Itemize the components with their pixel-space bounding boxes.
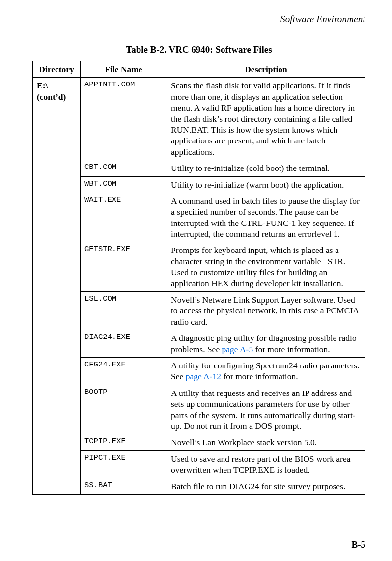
- cell-file-name: TCPIP.EXE: [81, 434, 167, 450]
- table-row: CBT.COM Utility to re-initialize (cold b…: [33, 160, 365, 176]
- cell-description: Prompts for keyboard input, which is pla…: [167, 242, 365, 292]
- cell-file-name: CFG24.EXE: [81, 357, 167, 385]
- link-page-a5[interactable]: page A-5: [222, 344, 253, 354]
- table-row: CFG24.EXE A utility for configuring Spec…: [33, 357, 365, 385]
- cell-file-name: SS.BAT: [81, 478, 167, 494]
- page-number: B-5: [352, 539, 366, 550]
- cell-description: Batch file to run DIAG24 for site survey…: [167, 478, 365, 494]
- desc-post: for more information.: [253, 344, 330, 354]
- cell-directory: E:\ (cont’d): [33, 78, 81, 495]
- cell-description: Utility to re-initialize (warm boot) the…: [167, 176, 365, 193]
- table-caption: Table B-2. VRC 6940: Software Files: [32, 44, 365, 55]
- cell-file-name: BOOTP: [81, 385, 167, 434]
- col-description: Description: [167, 61, 365, 78]
- cell-file-name: WAIT.EXE: [81, 193, 167, 242]
- table-row: E:\ (cont’d) APPINIT.COM Scans the flash…: [33, 78, 365, 160]
- table-row: DIAG24.EXE A diagnostic ping utility for…: [33, 330, 365, 358]
- col-file-name: File Name: [81, 61, 167, 78]
- running-head: Software Environment: [32, 14, 365, 25]
- cell-file-name: WBT.COM: [81, 176, 167, 193]
- cell-description: Scans the flash disk for valid applicati…: [167, 78, 365, 160]
- page-container: Software Environment Table B-2. VRC 6940…: [0, 0, 392, 561]
- cell-file-name: APPINIT.COM: [81, 78, 167, 160]
- table-row: GETSTR.EXE Prompts for keyboard input, w…: [33, 242, 365, 292]
- table-row: LSL.COM Novell’s Netware Link Support La…: [33, 292, 365, 330]
- col-directory: Directory: [33, 61, 81, 78]
- cell-description: A utility for configuring Spectrum24 rad…: [167, 357, 365, 385]
- link-page-a12[interactable]: page A-12: [186, 371, 221, 381]
- cell-file-name: CBT.COM: [81, 160, 167, 176]
- cell-description: Novell’s Lan Workplace stack version 5.0…: [167, 434, 365, 450]
- cell-description: A command used in batch files to pause t…: [167, 193, 365, 242]
- table-row: TCPIP.EXE Novell’s Lan Workplace stack v…: [33, 434, 365, 450]
- cell-description: A diagnostic ping utility for diagnosing…: [167, 330, 365, 358]
- cell-file-name: DIAG24.EXE: [81, 330, 167, 358]
- software-files-table: Directory File Name Description E:\ (con…: [32, 61, 365, 495]
- cell-description: Utility to re-initialize (cold boot) the…: [167, 160, 365, 176]
- cell-file-name: LSL.COM: [81, 292, 167, 330]
- cell-file-name: GETSTR.EXE: [81, 242, 167, 292]
- table-row: BOOTP A utility that requests and receiv…: [33, 385, 365, 434]
- table-row: SS.BAT Batch file to run DIAG24 for site…: [33, 478, 365, 494]
- desc-post: for more information.: [221, 371, 298, 381]
- cell-description: A utility that requests and receives an …: [167, 385, 365, 434]
- table-header-row: Directory File Name Description: [33, 61, 365, 78]
- cell-description: Used to save and restore part of the BIO…: [167, 450, 365, 478]
- cell-description: Novell’s Netware Link Support Layer soft…: [167, 292, 365, 330]
- table-row: WBT.COM Utility to re-initialize (warm b…: [33, 176, 365, 193]
- table-row: PIPCT.EXE Used to save and restore part …: [33, 450, 365, 478]
- cell-file-name: PIPCT.EXE: [81, 450, 167, 478]
- table-row: WAIT.EXE A command used in batch files t…: [33, 193, 365, 242]
